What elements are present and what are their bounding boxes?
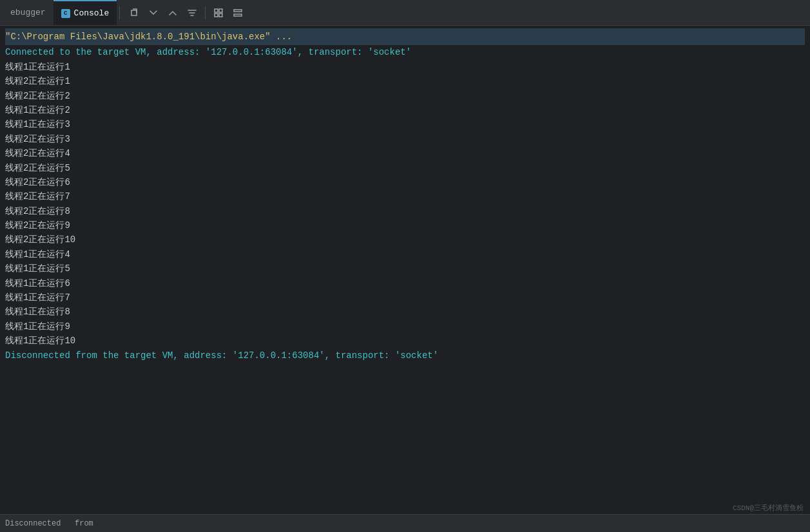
filter-icon-button[interactable] [183, 4, 201, 22]
svg-rect-0 [215, 9, 218, 12]
console-line-22: Disconnected from the target VM, address… [5, 348, 805, 363]
console-line-0: "C:\Program Files\Java\jdk1.8.0_191\bin\… [5, 28, 805, 45]
list-icon-button[interactable] [229, 4, 247, 22]
status-text: Disconnected from [5, 519, 93, 528]
svg-rect-2 [215, 14, 218, 17]
console-line-16: 线程1正在运行5 [5, 261, 805, 276]
console-line-7: 线程2正在运行3 [5, 132, 805, 146]
console-line-8: 线程2正在运行4 [5, 146, 805, 160]
console-line-6: 线程1正在运行3 [5, 117, 805, 131]
tab-debugger[interactable]: ebugger [3, 0, 53, 25]
console-line-15: 线程1正在运行4 [5, 247, 805, 261]
console-icon: C [61, 9, 70, 18]
console-line-1: Connected to the target VM, address: '12… [5, 45, 805, 59]
console-line-14: 线程2正在运行10 [5, 233, 805, 247]
console-line-9: 线程2正在运行5 [5, 161, 805, 175]
console-line-19: 线程1正在运行8 [5, 305, 805, 319]
console-line-21: 线程1正在运行10 [5, 334, 805, 348]
console-line-2: 线程1正在运行1 [5, 60, 805, 74]
console-line-20: 线程1正在运行9 [5, 319, 805, 334]
up-icon-button[interactable] [164, 4, 182, 22]
console-line-12: 线程2正在运行8 [5, 204, 805, 218]
console-line-17: 线程1正在运行6 [5, 276, 805, 290]
console-line-4: 线程2正在运行2 [5, 89, 805, 103]
toolbar-divider-2 [205, 6, 206, 19]
grid-icon-button[interactable] [209, 4, 227, 22]
tab-console[interactable]: C Console [53, 0, 117, 25]
watermark: CSDN@三毛村滴雪鱼粉 [733, 503, 804, 513]
restore-icon-button[interactable] [125, 4, 143, 22]
console-line-18: 线程1正在运行7 [5, 290, 805, 305]
console-output: "C:\Program Files\Java\jdk1.8.0_191\bin\… [0, 26, 810, 514]
toolbar: ebugger C Console [0, 0, 810, 26]
down-icon-button[interactable] [144, 4, 162, 22]
tab-debugger-label: ebugger [10, 8, 46, 17]
toolbar-icons [125, 4, 247, 22]
svg-rect-1 [219, 9, 222, 12]
svg-rect-3 [219, 14, 222, 17]
svg-rect-5 [234, 14, 242, 16]
tab-console-label: Console [74, 8, 110, 18]
console-line-13: 线程2正在运行9 [5, 218, 805, 233]
status-bar: Disconnected from [0, 514, 810, 532]
console-line-5: 线程1正在运行2 [5, 103, 805, 117]
console-line-11: 线程2正在运行7 [5, 189, 805, 204]
svg-rect-4 [234, 10, 242, 12]
console-line-3: 线程2正在运行1 [5, 74, 805, 88]
console-line-10: 线程2正在运行6 [5, 175, 805, 189]
toolbar-divider [119, 6, 120, 19]
